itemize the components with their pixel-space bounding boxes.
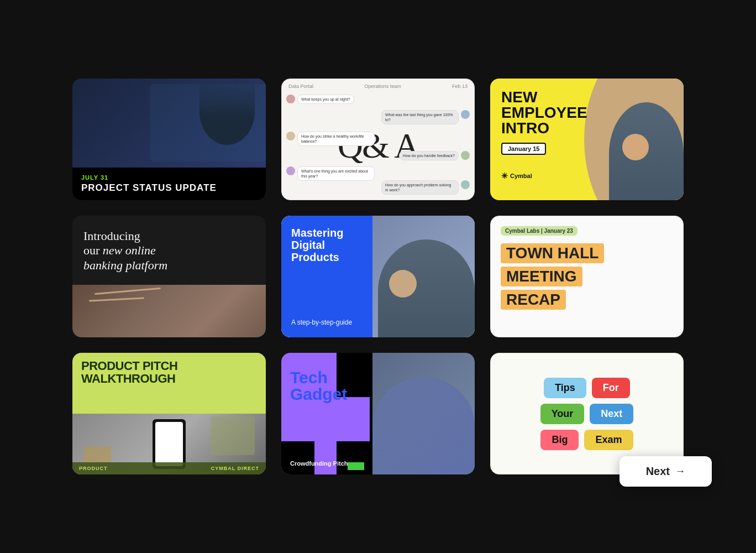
card-content: NEW EMPLOYEE INTRO January 15 ✳ Cymbal [501,90,587,180]
brand-label: ✳ Cymbal [501,171,587,180]
card-subtitle: Crowdfunding Pitch [290,458,348,468]
template-grid: JULY 31 PROJECT STATUS UPDATE Data Porta… [28,45,728,508]
card-bottom-bar: JULY 31 PROJECT STATUS UPDATE [72,168,266,200]
bubble-6: How do you approach problem-solving in w… [381,180,470,197]
tip-your: Your [540,404,585,424]
card-title: NEW EMPLOYEE INTRO [501,90,587,136]
card-title: Tech Gadget [290,369,347,403]
bubble-5: What's one thing you are excited about t… [286,166,375,184]
title-word-2: MEETING [501,267,582,286]
next-arrow-icon: → [675,466,685,477]
next-button[interactable]: Next → [620,456,712,487]
card-title: PRODUCT PITCH WALKTHROUGH [72,353,266,388]
person-photo [372,216,475,337]
bubble-3: How do you strike a healthy work/life ba… [286,132,375,149]
card-digital-products[interactable]: Mastering Digital Products A step-by-ste… [281,216,475,337]
hand-image [72,285,266,337]
tip-next: Next [590,404,633,424]
title-word-3: RECAP [501,290,566,310]
card-tech-gadget[interactable]: Tech Gadget Crowdfunding Pitch [281,353,475,474]
card-title: PROJECT STATUS UPDATE [81,183,257,194]
card-title: Introducingour new onlinebanking platfor… [83,229,255,273]
next-button-label: Next [646,465,670,478]
card-project-status[interactable]: JULY 31 PROJECT STATUS UPDATE [72,79,266,200]
card-product-pitch[interactable]: PRODUCT PITCH WALKTHROUGH PRODUCT CYMBAL… [72,353,266,474]
tip-tips: Tips [544,378,586,398]
label-right: CYMBAL DIRECT [211,466,259,471]
card-town-hall[interactable]: Cymbal Labs | January 23 TOWN HALL MEETI… [490,216,684,337]
card-title: TOWN HALL MEETING RECAP [501,243,673,310]
tip-exam: Exam [584,430,633,450]
tips-row-2: Your Next [540,404,634,424]
card-subtitle: A step-by-step-guide [291,319,374,326]
card-qa[interactable]: Data Portal Operations team Feb 13 Q& A … [281,79,475,200]
header-center: Operations team [364,84,401,89]
card-header: Data Portal Operations team Feb 13 [282,79,474,93]
bubble-4: How do you handle feedback? [399,151,470,163]
tips-layout: Tips For Your Next Big Exam [502,378,672,450]
header-left: Data Portal [288,84,313,89]
person-area [598,79,684,200]
green-accent-bar [348,462,364,470]
tip-big: Big [540,430,579,450]
tips-row-1: Tips For [544,378,630,398]
tips-row-3: Big Exam [540,430,633,450]
tag-label: Cymbal Labs | January 23 [501,226,578,236]
bottom-labels: PRODUCT CYMBAL DIRECT [72,462,266,474]
tip-for: For [592,378,630,398]
card-banking[interactable]: Introducingour new onlinebanking platfor… [72,216,266,337]
label-left: PRODUCT [79,466,108,471]
bubble-1: What keeps you up at night? [286,95,354,107]
date-badge: January 15 [501,143,546,155]
title-word-1: TOWN HALL [501,243,604,263]
card-date: JULY 31 [81,174,257,181]
right-photo [372,353,475,474]
bubble-2: What was the last thing you gave 100% to… [381,110,470,127]
header-right: Feb 13 [452,84,468,89]
card-new-employee[interactable]: NEW EMPLOYEE INTRO January 15 ✳ Cymbal [490,79,684,200]
card-title: Mastering Digital Products [291,227,374,263]
phone-image: PRODUCT CYMBAL DIRECT [72,414,266,474]
